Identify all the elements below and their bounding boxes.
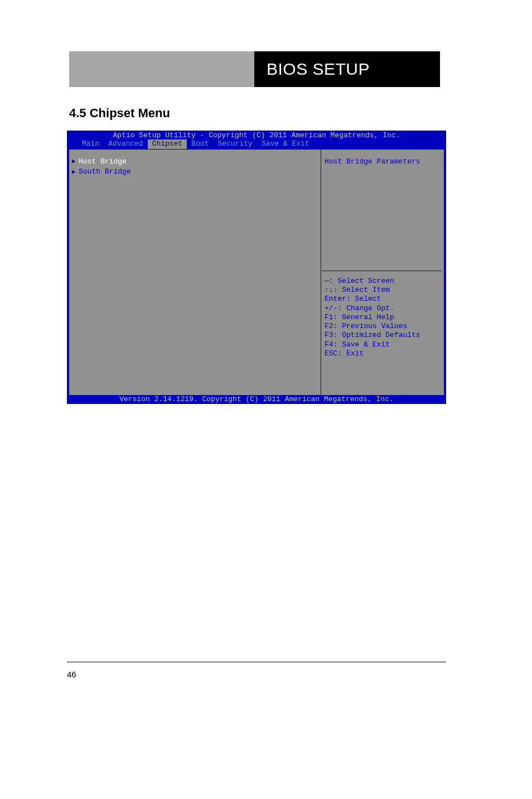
triangle-icon: ▶ xyxy=(72,158,79,166)
hint-select-item: ↑↓: Select Item xyxy=(325,286,439,295)
hint-f4: F4: Save & Exit xyxy=(325,340,439,349)
tab-save-exit[interactable]: Save & Exit xyxy=(257,139,314,148)
hint-f2: F2: Previous Values xyxy=(325,322,439,331)
doc-header: BIOS SETUP xyxy=(69,51,440,87)
bios-right-pane: Host Bridge Parameters ↔: Select Screen … xyxy=(321,150,446,395)
bios-footer: Version 2.14.1219. Copyright (C) 2011 Am… xyxy=(67,395,446,403)
hint-esc: ESC: Exit xyxy=(325,349,439,358)
triangle-icon: ▶ xyxy=(72,169,79,176)
hint-change-opt: +/-: Change Opt. xyxy=(325,304,439,313)
doc-header-black: BIOS SETUP xyxy=(254,51,440,87)
tab-security[interactable]: Security xyxy=(213,139,257,148)
page-number: 46 xyxy=(67,670,76,679)
menu-item-host-bridge[interactable]: ▶ Host Bridge xyxy=(74,157,316,166)
bios-screenshot: Aptio Setup Utility - Copyright (C) 2011… xyxy=(67,131,446,404)
bios-title: Aptio Setup Utility - Copyright (C) 2011… xyxy=(67,131,446,139)
menu-item-label: Host Bridge xyxy=(79,157,127,166)
menu-item-south-bridge[interactable]: ▶ South Bridge xyxy=(74,167,316,176)
bios-tab-row: Main Advanced Chipset Boot Security Save… xyxy=(67,139,446,149)
nav-separator xyxy=(322,271,442,271)
section-heading: 4.5 Chipset Menu xyxy=(69,106,170,121)
tab-main[interactable]: Main xyxy=(78,139,104,148)
help-text: Host Bridge Parameters xyxy=(325,157,439,166)
page-footer-rule xyxy=(67,662,446,662)
doc-header-gray xyxy=(69,51,254,87)
hint-f3: F3: Optimized Defaults xyxy=(325,331,439,340)
nav-hints: ↔: Select Screen ↑↓: Select Item Enter: … xyxy=(325,277,439,391)
hint-select-screen: ↔: Select Screen xyxy=(325,277,439,286)
spacer xyxy=(325,166,439,271)
hint-enter: Enter: Select xyxy=(325,295,439,304)
tab-chipset[interactable]: Chipset xyxy=(148,139,187,148)
tab-advanced[interactable]: Advanced xyxy=(104,139,147,148)
tab-boot[interactable]: Boot xyxy=(187,139,213,148)
bios-left-pane: ▶ Host Bridge ▶ South Bridge xyxy=(67,150,321,395)
hint-f1: F1: General Help xyxy=(325,313,439,322)
bios-body: ▶ Host Bridge ▶ South Bridge Host Bridge… xyxy=(67,149,446,395)
menu-item-label: South Bridge xyxy=(79,167,131,176)
